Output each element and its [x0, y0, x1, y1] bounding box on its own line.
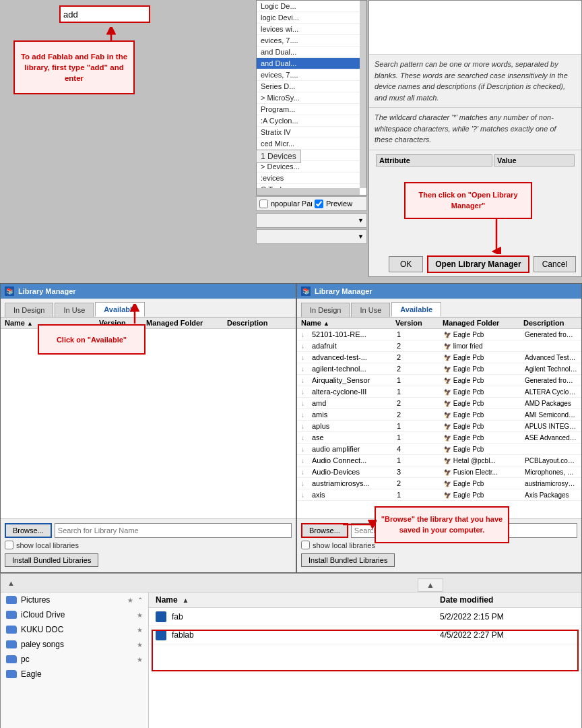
lm-table-row[interactable]: ↓ ase 1 🦅 Eagle Pcb ASE Advanced Sen — [297, 432, 581, 444]
show-local-checkbox-right[interactable] — [301, 541, 310, 549]
lm-cell-folder: 🦅 Hetal @pcbl... — [444, 457, 525, 464]
row-download-icon: ↓ — [301, 468, 311, 476]
file-row-fab[interactable]: fab 5/2/2022 2:15 PM — [149, 608, 581, 626]
lm-table-row[interactable]: ↓ advanced-test-... 2 🦅 Eagle Pcb Advanc… — [297, 352, 581, 363]
lm-table-row[interactable]: ↓ 52101-101-RE... 1 🦅 Eagle Pcb Generate… — [297, 329, 581, 340]
sidebar-label-pictures: Pictures — [21, 595, 50, 605]
lm-right-desc-header: Description — [523, 319, 577, 327]
pin-icon-pc: ★ — [137, 656, 143, 663]
unpopular-checkbox[interactable] — [259, 200, 268, 208]
device-dropdown-2[interactable]: ▼ — [256, 229, 367, 244]
lm-cell-folder: 🦅 Eagle Pcb — [444, 480, 525, 487]
lm-table-row[interactable]: ↓ agilent-technol... 2 🦅 Eagle Pcb Agile… — [297, 363, 581, 375]
sidebar-item-eagle[interactable]: Eagle — [1, 667, 148, 681]
lm-table-row[interactable]: ↓ adafruit 2 🦅 limor fried — [297, 340, 581, 352]
lm-cell-folder: 🦅 Fusion Electr... — [444, 468, 525, 476]
row-download-icon: ↓ — [301, 446, 311, 453]
lm-table-row[interactable]: ↓ Audio Connect... 1 🦅 Hetal @pcbl... PC… — [297, 455, 581, 466]
list-item[interactable]: Stratix IV — [257, 127, 366, 138]
list-item[interactable]: evices, 7.... — [257, 35, 366, 47]
top-section: add To add Fablab and Fab in the library… — [0, 0, 582, 290]
list-item[interactable]: evices, 7.... — [257, 69, 366, 81]
tab-in-design-right[interactable]: In Design — [301, 303, 350, 317]
lm-table-row[interactable]: ↓ Audio-Devices 3 🦅 Fusion Electr... Mic… — [297, 466, 581, 478]
row-download-icon: ↓ — [301, 354, 311, 361]
sidebar-item-kukudoc[interactable]: KUKU DOC ★ — [1, 622, 148, 637]
lm-desc-header: Description — [227, 319, 292, 327]
fb-column-header: Name ▲ Date modified — [149, 593, 581, 608]
lm-cell-folder: 🦅 Eagle Pcb — [444, 354, 525, 361]
sidebar-item-pictures[interactable]: Pictures ★ ⌃ — [1, 593, 148, 607]
scroll-up-indicator[interactable]: ▲ — [418, 578, 443, 592]
info-panel-description: Search pattern can be one or more words,… — [369, 55, 581, 107]
lm-table-row[interactable]: ↓ axis 1 🦅 Eagle Pcb Axis Packages — [297, 489, 581, 501]
scrollbar-horizontal[interactable] — [257, 188, 360, 195]
preview-checkbox[interactable] — [315, 200, 323, 208]
file-rows-container: fab 5/2/2022 2:15 PM fablab 4/5/2022 2:2… — [149, 608, 581, 644]
scrollbar-vertical[interactable] — [360, 1, 366, 188]
lm-cell-name: 52101-101-RE... — [312, 330, 397, 338]
ok-button[interactable]: OK — [389, 256, 423, 272]
sidebar-item-icloud[interactable]: iCloud Drive ★ — [1, 607, 148, 622]
lm-right-folder-header: Managed Folder — [443, 319, 523, 327]
tab-in-design-left[interactable]: In Design — [5, 303, 53, 317]
search-library-input-left[interactable] — [55, 523, 292, 538]
callout-browse-instruction: "Browse" the library that you have saved… — [375, 506, 509, 543]
lm-cell-folder: 🦅 Eagle Pcb — [444, 365, 525, 373]
lm-right-titlebar: 📚 Library Manager — [297, 284, 581, 299]
file-browser: ▲ Pictures ★ ⌃ iCloud Drive ★ KUKU DOC ★… — [0, 573, 582, 728]
lm-cell-desc: Advanced Test Te... — [525, 354, 577, 361]
lm-table-row[interactable]: ↓ amis 2 🦅 Eagle Pcb AMI Semiconducto... — [297, 409, 581, 421]
tab-in-use-right[interactable]: In Use — [351, 303, 390, 317]
lm-cell-folder: 🦅 Eagle Pcb — [444, 446, 525, 453]
install-bundled-button-left[interactable]: Install Bundled Libraries — [5, 553, 98, 567]
list-item[interactable]: and Dual... — [257, 47, 366, 58]
lm-cell-name: advanced-test-... — [312, 353, 397, 361]
lm-left-icon: 📚 — [5, 286, 14, 296]
list-item[interactable]: :A Cyclon... — [257, 115, 366, 127]
device-list-panel: Logic De... logic Devi... levices wi... … — [256, 0, 367, 195]
list-item[interactable]: levices wi... — [257, 24, 366, 35]
dialog-buttons: OK Open Library Manager Cancel — [368, 251, 582, 277]
sidebar-item-pc[interactable]: pc ★ — [1, 652, 148, 667]
list-item[interactable]: :evices — [257, 173, 366, 184]
lm-table-row[interactable]: ↓ amd 2 🦅 Eagle Pcb AMD Packages — [297, 398, 581, 409]
lm-cell-desc: APLUS INTEGRATE... — [525, 423, 577, 430]
device-dropdown-1[interactable]: ▼ — [256, 213, 367, 228]
list-item[interactable]: Series D... — [257, 81, 366, 92]
list-item[interactable]: Logic De... — [257, 1, 366, 12]
browse-button-left[interactable]: Browse... — [5, 523, 52, 538]
search-box[interactable]: add — [59, 5, 150, 23]
file-row-fablab[interactable]: fablab 4/5/2022 2:27 PM — [149, 626, 581, 644]
lm-table-row[interactable]: ↓ aplus 1 🦅 Eagle Pcb APLUS INTEGRATE... — [297, 421, 581, 432]
show-local-checkbox-left[interactable] — [5, 541, 13, 549]
lm-cell-desc: AMD Packages — [525, 400, 577, 407]
lm-cell-name: aplus — [312, 422, 397, 430]
open-library-manager-button[interactable]: Open Library Manager — [427, 255, 529, 273]
tab-in-use-left[interactable]: In Use — [55, 303, 94, 317]
lm-cell-folder: 🦅 Eagle Pcb — [444, 491, 525, 499]
lm-table-row[interactable]: ↓ austriamicrosys... 2 🦅 Eagle Pcb austr… — [297, 478, 581, 489]
list-item[interactable]: > MicroSy... — [257, 92, 366, 104]
sidebar-label-pc: pc — [21, 655, 30, 664]
lm-cell-desc: Axis Packages — [525, 491, 577, 499]
cancel-button[interactable]: Cancel — [534, 256, 576, 272]
lm-left-table-body — [1, 329, 296, 504]
lm-right-table-body: ↓ 52101-101-RE... 1 🦅 Eagle Pcb Generate… — [297, 329, 581, 504]
lm-cell-desc: Microphones, Spea... — [525, 468, 577, 476]
tab-available-right[interactable]: Available — [391, 302, 441, 317]
lm-table-row[interactable]: ↓ Airquality_Sensor 1 🦅 Eagle Pcb Genera… — [297, 375, 581, 386]
list-item[interactable]: ced Micr... — [257, 138, 366, 150]
list-item[interactable]: Program... — [257, 104, 366, 115]
lm-table-row[interactable]: ↓ altera-cyclone-III 1 🦅 Eagle Pcb ALTER… — [297, 386, 581, 398]
lm-table-row[interactable]: ↓ audio amplifier 4 🦅 Eagle Pcb — [297, 444, 581, 455]
list-item[interactable]: and Dual... — [257, 58, 366, 69]
install-bundled-button-right[interactable]: Install Bundled Libraries — [301, 553, 395, 567]
file-icon-fab — [156, 611, 166, 622]
sidebar-item-paley[interactable]: paley songs ★ — [1, 637, 148, 652]
folder-icon-paley — [6, 640, 17, 648]
search-input[interactable]: add — [63, 9, 146, 20]
lm-cell-version: 1 — [397, 456, 444, 464]
list-item[interactable]: logic Devi... — [257, 12, 366, 24]
browse-button-right[interactable]: Browse... — [301, 523, 348, 538]
